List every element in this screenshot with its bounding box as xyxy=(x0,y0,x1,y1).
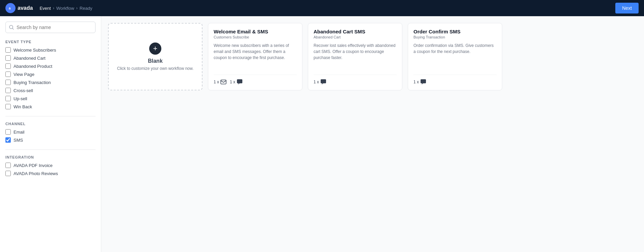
sms-icon-2 xyxy=(320,79,326,85)
blank-card[interactable]: + Blank Click to customize your own work… xyxy=(108,23,203,90)
svg-rect-7 xyxy=(421,79,426,83)
filter-buying-transaction[interactable]: Buying Transaction xyxy=(5,80,96,85)
sms-icon-3 xyxy=(420,79,426,85)
divider-2 xyxy=(5,149,96,150)
svg-rect-5 xyxy=(237,79,242,83)
event-type-filter: EVENT TYPE Welcome Subscribers Abandoned… xyxy=(5,40,96,109)
label-win-back: Win Back xyxy=(14,104,32,109)
svg-line-3 xyxy=(12,28,14,29)
stat-sms-abandoned-cart: 1 x xyxy=(314,79,326,85)
search-box[interactable] xyxy=(5,22,96,33)
divider-1 xyxy=(5,116,96,116)
checkbox-cross-sell[interactable] xyxy=(5,88,11,93)
template-card-order-confirm[interactable]: Order Confirm SMS Buying Transaction Ord… xyxy=(408,23,502,90)
label-buying-transaction: Buying Transaction xyxy=(14,80,51,85)
filter-sms[interactable]: SMS xyxy=(5,137,96,143)
breadcrumb-workflow: Workflow xyxy=(56,6,74,11)
search-icon xyxy=(9,25,14,30)
stat-sms-order-confirm: 1 x xyxy=(413,79,426,85)
app-header: a avada Event › Workflow › Ready Next xyxy=(0,0,644,16)
card-desc-order-confirm: Order confirmation via SMS. Give custome… xyxy=(413,43,497,55)
card-footer-abandoned-cart: 1 x xyxy=(314,75,397,85)
checkbox-view-page[interactable] xyxy=(5,72,11,77)
stat-sms-count-3: 1 x xyxy=(413,80,419,84)
email-icon xyxy=(220,80,226,84)
filter-abandoned-product[interactable]: Abandoned Product xyxy=(5,63,96,69)
checkbox-abandoned-cart[interactable] xyxy=(5,55,11,61)
filter-cross-sell[interactable]: Cross-sell xyxy=(5,88,96,93)
card-content-abandoned-cart: Abandoned Cart SMS Abandoned Cart Recove… xyxy=(314,29,397,61)
logo-icon: a xyxy=(5,3,16,13)
checkbox-win-back[interactable] xyxy=(5,104,11,109)
card-tag-order-confirm: Buying Transaction xyxy=(413,35,497,39)
template-card-abandoned-cart[interactable]: Abandoned Cart SMS Abandoned Cart Recove… xyxy=(308,23,402,90)
card-content-welcome: Welcome Email & SMS Customers Subscribe … xyxy=(214,29,297,61)
label-avada-pdf: AVADA PDF Invoice xyxy=(14,163,53,168)
card-tag-welcome: Customers Subscribe xyxy=(214,35,297,39)
content-area: + Blank Click to customize your own work… xyxy=(101,16,644,252)
stat-sms-count-2: 1 x xyxy=(314,80,319,84)
filter-abandoned-cart[interactable]: Abandoned Cart xyxy=(5,55,96,61)
label-up-sell: Up-sell xyxy=(14,96,27,101)
filter-avada-pdf[interactable]: AVADA PDF Invoice xyxy=(5,163,96,168)
checkbox-email[interactable] xyxy=(5,129,11,135)
svg-rect-6 xyxy=(321,79,326,83)
blank-subtitle: Click to customize your own workflow now… xyxy=(112,66,199,71)
filter-welcome-subscribers[interactable]: Welcome Subscribers xyxy=(5,47,96,53)
cards-grid: + Blank Click to customize your own work… xyxy=(108,23,637,90)
channel-filter: CHANNEL Email SMS xyxy=(5,122,96,143)
card-title-abandoned-cart: Abandoned Cart SMS xyxy=(314,29,397,34)
checkbox-up-sell[interactable] xyxy=(5,96,11,101)
header-left: a avada Event › Workflow › Ready xyxy=(5,3,92,13)
filter-avada-photo[interactable]: AVADA Photo Reviews xyxy=(5,171,96,176)
card-title-order-confirm: Order Confirm SMS xyxy=(413,29,497,34)
search-input[interactable] xyxy=(17,25,92,30)
logo-text: avada xyxy=(18,5,33,11)
checkbox-abandoned-product[interactable] xyxy=(5,63,11,69)
event-type-title: EVENT TYPE xyxy=(5,40,96,44)
breadcrumb-sep-2: › xyxy=(76,6,78,10)
logo: a avada xyxy=(5,3,33,13)
integration-title: INTEGRATION xyxy=(5,155,96,159)
label-welcome-subscribers: Welcome Subscribers xyxy=(14,48,56,53)
checkbox-buying-transaction[interactable] xyxy=(5,80,11,85)
label-abandoned-product: Abandoned Product xyxy=(14,64,52,69)
breadcrumb-event: Event xyxy=(39,6,51,11)
card-footer-welcome: 1 x 1 x xyxy=(214,75,297,85)
checkbox-avada-photo[interactable] xyxy=(5,171,11,176)
label-abandoned-cart: Abandoned Cart xyxy=(14,56,46,61)
main-layout: EVENT TYPE Welcome Subscribers Abandoned… xyxy=(0,16,644,252)
stat-sms-welcome: 1 x xyxy=(230,79,243,85)
card-desc-welcome: Welcome new subscribers with a series of… xyxy=(214,43,297,61)
plus-icon: + xyxy=(149,43,161,55)
stat-email-welcome: 1 x xyxy=(214,80,226,84)
card-footer-order-confirm: 1 x xyxy=(413,75,497,85)
filter-email[interactable]: Email xyxy=(5,129,96,135)
stat-email-count: 1 x xyxy=(214,80,219,84)
svg-rect-4 xyxy=(221,80,226,84)
breadcrumb-sep-1: › xyxy=(53,6,54,10)
breadcrumb: Event › Workflow › Ready xyxy=(39,6,92,11)
stat-sms-count: 1 x xyxy=(230,80,235,84)
card-content-order-confirm: Order Confirm SMS Buying Transaction Ord… xyxy=(413,29,497,55)
filter-view-page[interactable]: View Page xyxy=(5,72,96,77)
checkbox-welcome-subscribers[interactable] xyxy=(5,47,11,53)
channel-title: CHANNEL xyxy=(5,122,96,126)
integration-filter: INTEGRATION AVADA PDF Invoice AVADA Phot… xyxy=(5,155,96,176)
checkbox-sms[interactable] xyxy=(5,137,11,143)
filter-up-sell[interactable]: Up-sell xyxy=(5,96,96,101)
label-view-page: View Page xyxy=(14,72,34,77)
breadcrumb-ready: Ready xyxy=(80,6,92,11)
label-avada-photo: AVADA Photo Reviews xyxy=(14,171,58,176)
label-email: Email xyxy=(14,130,25,135)
card-title-welcome: Welcome Email & SMS xyxy=(214,29,297,34)
card-desc-abandoned-cart: Recover lost sales effectively with aban… xyxy=(314,43,397,61)
sidebar: EVENT TYPE Welcome Subscribers Abandoned… xyxy=(0,16,101,252)
filter-win-back[interactable]: Win Back xyxy=(5,104,96,109)
next-button[interactable]: Next xyxy=(615,3,639,13)
blank-title: Blank xyxy=(148,58,163,64)
label-sms: SMS xyxy=(14,138,23,143)
checkbox-avada-pdf[interactable] xyxy=(5,163,11,168)
card-tag-abandoned-cart: Abandoned Cart xyxy=(314,35,397,39)
template-card-welcome[interactable]: Welcome Email & SMS Customers Subscribe … xyxy=(208,23,302,90)
